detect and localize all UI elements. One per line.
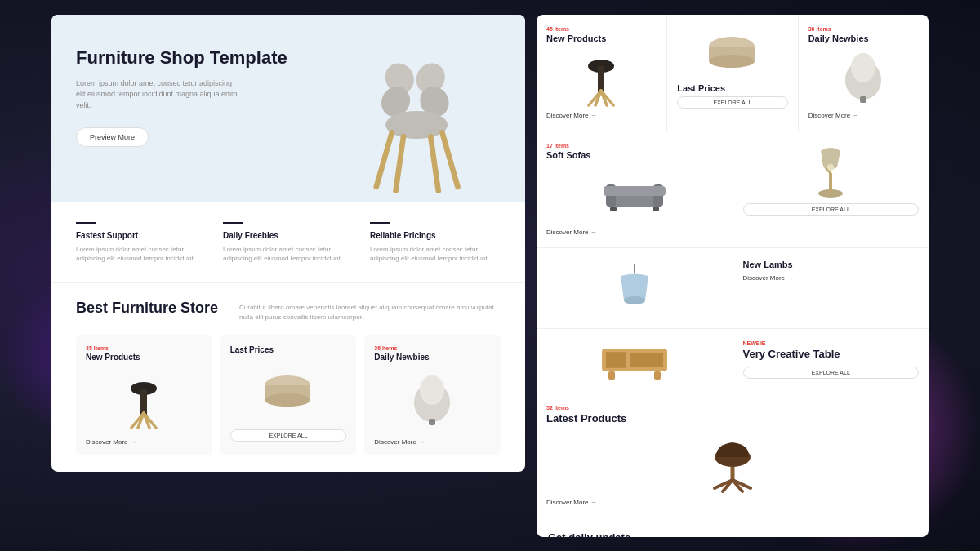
svg-point-19 (420, 375, 444, 405)
top-cell-last-prices: Last Prices EXPLORE ALL (667, 15, 797, 131)
svg-rect-45 (606, 353, 626, 367)
new-lambs-title: New Lambs (743, 260, 920, 269)
main-container: Furniture Shop Template Lorem ipsum dolo… (51, 15, 929, 537)
svg-point-31 (851, 53, 875, 82)
cocoon-chair-illustration (410, 374, 455, 427)
creative-table-title: Very Creative Table (743, 348, 920, 360)
latest-products-badge: 52 Items (546, 405, 919, 411)
feature-desc: Lorem ipsum dolor amet consec tetur adip… (370, 245, 501, 263)
pendant-image (546, 260, 723, 317)
lamp-section: EXPLORE ALL (733, 131, 929, 247)
cherner-chair-area (546, 433, 919, 494)
new-lambs-image-cell (537, 248, 733, 328)
svg-point-17 (265, 393, 310, 407)
newsletter-title: Get daily update (548, 531, 917, 537)
right-panel: 45 Items New Products Discover More → (537, 15, 929, 537)
svg-rect-32 (860, 96, 866, 103)
feature-desc: Lorem ipsum dolor amet consec tetur adip… (76, 245, 207, 263)
product-image-area (374, 368, 491, 433)
store-section: Best Furniture Store Curabitur libero or… (51, 283, 525, 472)
new-lambs-info-cell: New Lambs Discover More → (733, 248, 929, 328)
svg-line-6 (443, 132, 458, 187)
product-card-title: New Products (86, 353, 203, 362)
top-cell-daily-newbies: 36 Items Daily Newbies Discover More → (799, 15, 929, 131)
features-row: Fastest Support Lorem ipsum dolor amet c… (51, 202, 525, 283)
svg-rect-20 (429, 419, 435, 425)
discover-more-link[interactable]: Discover More → (743, 274, 920, 282)
product-title: New Products (546, 33, 657, 43)
discover-link[interactable]: Discover More → (86, 438, 203, 446)
product-card-last-prices: Last Prices EXPLORE ALL (220, 335, 357, 455)
svg-rect-48 (654, 371, 661, 380)
left-panel: Furniture Shop Template Lorem ipsum dolo… (51, 15, 525, 472)
feature-bar (76, 222, 96, 224)
sofa-illustration (602, 176, 667, 213)
store-title: Best Furniture Store (76, 300, 223, 318)
product-grid: 45 Items New Products Discover More → (76, 335, 501, 455)
hero-description: Lorem ipsum dolor amet consec tetur adip… (76, 78, 239, 112)
feature-bar (223, 222, 243, 224)
discover-link[interactable]: Discover More → (546, 229, 723, 236)
feature-desc: Lorem ipsum dolor amet consec tetur adip… (223, 245, 354, 263)
feature-reliable-pricings: Reliable Pricings Lorem ipsum dolor amet… (370, 222, 501, 263)
product-badge: 45 Items (86, 345, 203, 351)
explore-all-button[interactable]: EXPLORE ALL (743, 367, 920, 379)
feature-title: Fastest Support (76, 231, 207, 240)
newsletter-section: Get daily update Lorem ipsum dolor amet … (537, 518, 929, 537)
middle-section: 17 Items Soft Sofas Discover More → (537, 131, 929, 248)
new-lambs-section: New Lambs Discover More → (537, 248, 929, 329)
product-image (677, 26, 787, 83)
latest-products-title: Latest Products (546, 412, 919, 424)
product-badge: 36 Items (808, 26, 919, 32)
product-badge: 17 Items (546, 143, 723, 149)
svg-point-43 (624, 296, 645, 304)
bar-stool-right-illustration (579, 50, 624, 107)
discover-link[interactable]: Discover More → (546, 112, 657, 119)
product-card-title: Daily Newbies (374, 353, 491, 362)
product-card-title: Last Prices (230, 345, 347, 354)
discover-more-link[interactable]: Discover More → (546, 499, 919, 506)
product-badge: 45 Items (546, 26, 657, 32)
explore-all-button[interactable]: EXPLORE ALL (230, 429, 347, 442)
ottoman-illustration (261, 373, 314, 414)
store-description: Curabitur libero ornare venenatis laoree… (239, 300, 501, 322)
product-image (546, 50, 657, 107)
product-title: Soft Sofas (546, 150, 723, 160)
product-badge: 36 Items (374, 345, 491, 351)
svg-rect-36 (604, 186, 666, 196)
tv-stand-illustration (602, 340, 667, 381)
discover-link[interactable]: Discover More → (808, 112, 919, 119)
hero-chair-illustration (350, 47, 488, 202)
tv-stand-image (537, 329, 733, 393)
preview-more-button[interactable]: Preview More (76, 127, 149, 147)
creative-table-info: NEWBIE Very Creative Table EXPLORE ALL (733, 329, 929, 393)
feature-title: Reliable Pricings (370, 231, 501, 240)
hero-text: Furniture Shop Template Lorem ipsum dolo… (76, 39, 337, 148)
ottoman-right-illustration (706, 34, 759, 75)
product-image (808, 50, 919, 107)
hero-title: Furniture Shop Template (76, 47, 337, 69)
product-image (546, 167, 723, 224)
explore-all-button[interactable]: EXPLORE ALL (677, 96, 787, 109)
soft-sofas-section: 17 Items Soft Sofas Discover More → (537, 131, 733, 247)
product-image-area (230, 361, 347, 426)
discover-link[interactable]: Discover More → (374, 438, 491, 446)
product-card-daily-newbies: 36 Items Daily Newbies Discover More → (364, 335, 501, 455)
feature-fastest-support: Fastest Support Lorem ipsum dolor amet c… (76, 222, 207, 263)
last-prices-label: Last Prices (677, 83, 787, 93)
svg-point-41 (827, 164, 834, 171)
product-card-new-products: 45 Items New Products Discover More → (76, 335, 212, 455)
svg-rect-38 (653, 207, 659, 211)
svg-line-5 (376, 132, 392, 187)
bar-stool-illustration (122, 372, 167, 429)
product-image-area (86, 368, 203, 433)
svg-line-8 (430, 136, 439, 191)
explore-all-button[interactable]: EXPLORE ALL (743, 203, 920, 216)
product-title: Daily Newbies (808, 33, 919, 43)
svg-rect-47 (608, 371, 615, 380)
feature-daily-freebies: Daily Freebies Lorem ipsum dolor amet co… (223, 222, 354, 263)
newbie-badge: NEWBIE (743, 340, 920, 346)
svg-point-4 (385, 110, 448, 138)
svg-line-7 (396, 136, 404, 191)
hero-image (337, 39, 501, 202)
